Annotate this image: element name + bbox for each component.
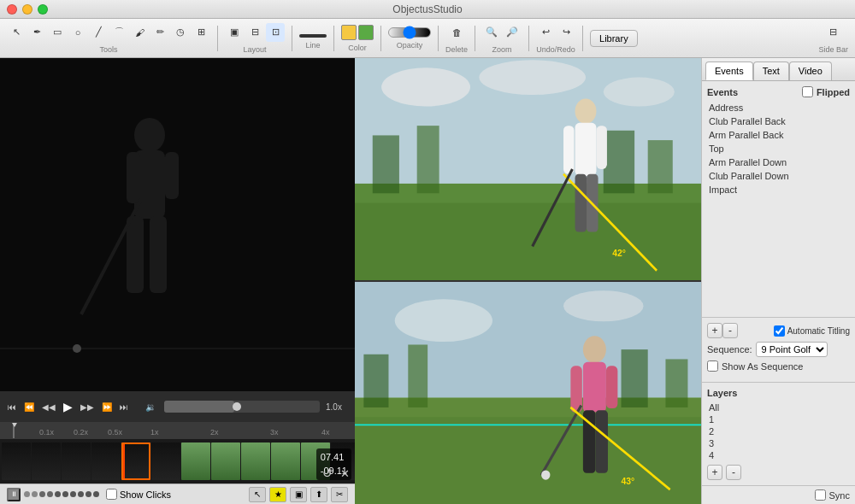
sep2	[292, 26, 292, 51]
sep6	[475, 26, 475, 51]
curve-tool-btn[interactable]: ⌒	[109, 23, 128, 42]
line-weight-btn[interactable]: —	[299, 34, 327, 38]
thumb-7[interactable]	[181, 442, 210, 480]
export-tool-btn[interactable]: ⬆	[310, 487, 327, 502]
event-top[interactable]: Top	[707, 142, 850, 155]
dot-5	[55, 491, 61, 497]
play-btn[interactable]: ▶	[61, 398, 75, 415]
library-button[interactable]: Library	[590, 30, 638, 47]
tab-text[interactable]: Text	[753, 62, 789, 80]
sync-checkbox[interactable]	[815, 489, 826, 501]
show-sequence-checkbox[interactable]	[707, 360, 718, 372]
thumb-5[interactable]	[121, 442, 150, 480]
rect-tool-btn[interactable]: ▭	[48, 23, 67, 42]
toolbar: ↖ ✒ ▭ ○ ╱ ⌒ 🖌 ✏ ◷ ⊞ Tools ▣ ⊟ ⊡ Layout —…	[0, 19, 855, 58]
rewind-btn[interactable]: ◀◀	[39, 401, 58, 413]
pen-tool-btn[interactable]: ✒	[27, 23, 46, 42]
svg-marker-18	[12, 423, 17, 427]
zoom-in-btn[interactable]: 🔍	[482, 23, 501, 42]
opacity-slider[interactable]	[388, 27, 431, 38]
thumb-2[interactable]	[32, 442, 61, 480]
skip-start-btn[interactable]: ⏮	[5, 401, 19, 413]
thumbnail-strip: 07.41 -09.11 ↺ ✕	[0, 439, 355, 483]
color-swatch-green[interactable]	[358, 25, 374, 40]
remove-event-btn[interactable]: -	[722, 323, 738, 338]
add-event-btn[interactable]: +	[707, 323, 722, 338]
maximize-button[interactable]	[38, 4, 48, 15]
layer-all[interactable]: All	[707, 401, 850, 413]
color-swatch-yellow[interactable]	[341, 25, 357, 40]
layer-4[interactable]: 4	[707, 449, 850, 461]
skip-end-btn[interactable]: ⏭	[117, 401, 131, 413]
thumb-9[interactable]	[241, 442, 270, 480]
add-layer-btn[interactable]: +	[707, 465, 722, 480]
title-bar: ObjectusStudio	[0, 0, 855, 19]
thumb-6[interactable]	[151, 442, 180, 480]
svg-rect-29	[648, 140, 673, 193]
record-tool-btn[interactable]: ▣	[290, 487, 307, 502]
layer-2[interactable]: 2	[707, 425, 850, 437]
scissors-tool-btn[interactable]: ✂	[331, 487, 348, 502]
volume-btn[interactable]: 🔉	[143, 401, 158, 413]
tab-events[interactable]: Events	[705, 62, 753, 80]
layer-1[interactable]: 1	[707, 413, 850, 425]
minimize-button[interactable]	[22, 4, 32, 15]
refresh-btn[interactable]: ↺	[322, 466, 333, 480]
pause-btn[interactable]: ⏸	[7, 488, 21, 501]
undoredo-group: ↩ ↪ Undo/Redo	[536, 23, 575, 54]
dot-7	[70, 491, 76, 497]
event-impact[interactable]: Impact	[707, 183, 850, 196]
show-clicks-label[interactable]: Show Clicks	[106, 489, 171, 500]
forward-fast-btn[interactable]: ⏩	[99, 401, 115, 413]
layout2-btn[interactable]: ⊟	[245, 23, 264, 42]
layout1-btn[interactable]: ▣	[225, 23, 244, 42]
window-controls[interactable]	[7, 4, 48, 15]
sidebar-toggle-btn[interactable]: ⊟	[820, 23, 847, 42]
zoom-out-btn[interactable]: 🔎	[503, 23, 522, 42]
thumb-8[interactable]	[211, 442, 240, 480]
layout3-btn[interactable]: ⊡	[266, 23, 285, 42]
brush-tool-btn[interactable]: 🖌	[130, 23, 149, 42]
svg-rect-35	[596, 126, 606, 169]
close-btn[interactable]: ✕	[340, 467, 350, 480]
auto-title-row: Automatic Titling	[774, 325, 850, 337]
redo-btn[interactable]: ↪	[557, 23, 575, 42]
event-address[interactable]: Address	[707, 101, 850, 114]
forward-btn[interactable]: ▶▶	[78, 401, 97, 413]
tools-group: ↖ ✒ ▭ ○ ╱ ⌒ 🖌 ✏ ◷ ⊞ Tools	[7, 23, 210, 54]
delete-btn[interactable]: 🗑	[447, 23, 466, 42]
speed-slider-track[interactable]	[164, 401, 320, 413]
undo-btn[interactable]: ↩	[536, 23, 555, 42]
sequence-select[interactable]: 9 Point Golf	[756, 342, 828, 357]
event-arm-parallel-back[interactable]: Arm Parallel Back	[707, 128, 850, 142]
auto-titling-label: Automatic Titling	[787, 326, 850, 336]
thumb-1[interactable]	[2, 442, 31, 480]
multi-tool-btn[interactable]: ⊞	[192, 23, 210, 42]
circle-tool-btn[interactable]: ○	[68, 23, 87, 42]
thumb-strip-inner	[0, 439, 355, 483]
svg-rect-43	[355, 417, 701, 504]
select-tool-btn[interactable]: ↖	[7, 23, 26, 42]
event-arm-parallel-down[interactable]: Arm Parallel Down	[707, 155, 850, 169]
rewind-fast-btn[interactable]: ⏪	[21, 401, 37, 413]
show-clicks-checkbox[interactable]	[106, 489, 117, 500]
close-button[interactable]	[7, 4, 17, 15]
tab-video[interactable]: Video	[789, 62, 832, 80]
thumb-4[interactable]	[91, 442, 121, 480]
event-club-parallel-down[interactable]: Club Parallel Down	[707, 169, 850, 183]
dot-2	[32, 491, 38, 497]
event-club-parallel-back[interactable]: Club Parallel Back	[707, 114, 850, 128]
thumb-10[interactable]	[271, 442, 300, 480]
line-tool-btn[interactable]: ╱	[89, 23, 108, 42]
remove-layer-btn[interactable]: -	[726, 465, 741, 480]
pencil-tool-btn[interactable]: ✏	[150, 23, 169, 42]
flipped-checkbox[interactable]	[802, 86, 813, 97]
sync-label: Sync	[829, 490, 850, 501]
layer-3[interactable]: 3	[707, 437, 850, 449]
clock-tool-btn[interactable]: ◷	[171, 23, 190, 42]
thumb-3[interactable]	[62, 442, 91, 480]
pointer-tool-btn[interactable]: ★	[269, 487, 286, 502]
cursor-tool-btn[interactable]: ↖	[249, 487, 266, 502]
auto-titling-checkbox[interactable]	[774, 325, 785, 337]
svg-rect-5	[127, 152, 140, 203]
